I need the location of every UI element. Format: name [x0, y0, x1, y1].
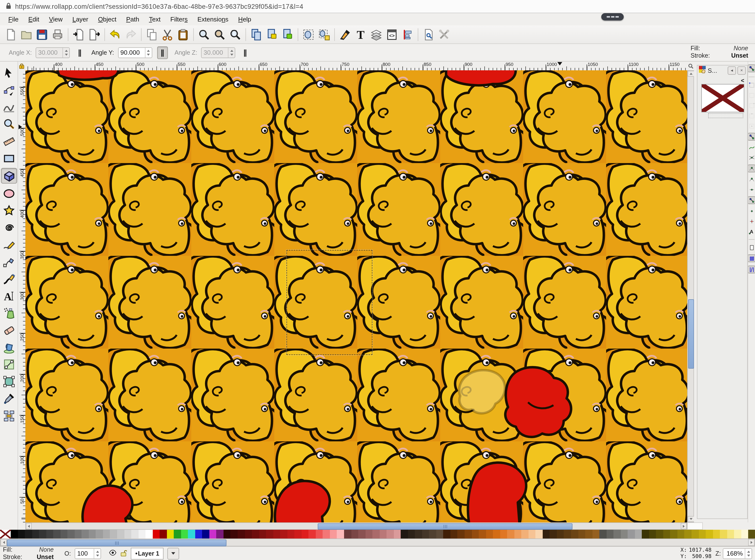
xml-editor-button[interactable]: <>	[384, 26, 400, 42]
menu-path[interactable]: Path	[122, 15, 144, 24]
palette-swatch[interactable]	[195, 530, 202, 539]
palette-swatch[interactable]	[479, 530, 486, 539]
palette-swatch[interactable]	[32, 530, 39, 539]
palette-scrollbar[interactable]	[0, 539, 755, 546]
tool-tweak[interactable]	[1, 100, 16, 114]
palette-swatch[interactable]	[287, 530, 294, 539]
palette-swatch[interactable]	[82, 530, 89, 539]
palette-scroll-left-icon[interactable]	[0, 539, 7, 546]
rollapp-widget[interactable]	[601, 13, 624, 20]
palette-swatch[interactable]	[500, 530, 507, 539]
palette-swatch[interactable]	[358, 530, 365, 539]
palette-swatch[interactable]	[415, 530, 422, 539]
tool-calligraphy[interactable]	[1, 272, 16, 286]
palette-swatch[interactable]	[330, 530, 337, 539]
zoom-page-button[interactable]	[227, 26, 243, 42]
snap-bbox-edge-midpoints-button[interactable]	[748, 112, 755, 119]
palette-scroll-right-icon[interactable]	[748, 539, 755, 546]
tool-star[interactable]	[1, 203, 16, 218]
palette-swatch[interactable]	[592, 530, 599, 539]
snap-line-midpoints-button[interactable]	[748, 186, 755, 193]
create-clone-button[interactable]	[264, 26, 280, 42]
snap-bbox-edges-button[interactable]	[748, 92, 755, 99]
export-button[interactable]	[86, 26, 102, 42]
status-style-indicator[interactable]: Fill: None Stroke: Unset	[3, 546, 54, 560]
palette-swatch[interactable]	[344, 530, 351, 539]
palette-swatch[interactable]	[613, 530, 620, 539]
panel-close-icon[interactable]: ×	[737, 66, 746, 75]
tool-spiral[interactable]	[1, 220, 16, 235]
open-button[interactable]	[19, 26, 34, 42]
paste-button[interactable]	[175, 26, 191, 42]
palette-swatch[interactable]	[266, 530, 273, 539]
palette-swatch[interactable]	[25, 530, 32, 539]
palette-swatch[interactable]	[11, 530, 18, 539]
panel-collapse-icon[interactable]: ◂	[728, 66, 736, 75]
tool-box-3d[interactable]	[1, 168, 17, 184]
palette-swatch[interactable]	[706, 530, 713, 539]
palette-swatch[interactable]	[337, 530, 344, 539]
palette-swatch[interactable]	[749, 530, 755, 539]
vp-y-toggle[interactable]: ∥	[157, 46, 168, 59]
tool-text[interactable]: A	[1, 288, 16, 303]
tool-paint-bucket[interactable]	[1, 340, 16, 355]
palette-swatch[interactable]	[60, 530, 67, 539]
palette-swatch[interactable]	[273, 530, 280, 539]
palette-swatch[interactable]	[550, 530, 557, 539]
palette-swatch[interactable]	[692, 530, 699, 539]
palette-swatch[interactable]	[522, 530, 529, 539]
palette-swatch[interactable]	[514, 530, 521, 539]
palette-swatch[interactable]	[124, 530, 131, 539]
palette-swatch[interactable]	[670, 530, 677, 539]
palette-swatch[interactable]	[663, 530, 670, 539]
palette-swatch[interactable]	[252, 530, 259, 539]
cut-button[interactable]	[160, 26, 175, 42]
palette-swatch[interactable]	[656, 530, 663, 539]
palette-swatch[interactable]	[145, 530, 152, 539]
palette-scroll-thumb[interactable]	[7, 540, 226, 546]
palette-swatch[interactable]	[259, 530, 266, 539]
vscroll-thumb[interactable]	[688, 299, 694, 368]
palette-swatch[interactable]	[677, 530, 685, 539]
palette-swatch[interactable]	[309, 530, 316, 539]
snap-cusp-nodes-button[interactable]	[748, 164, 755, 172]
snap-page-border-button[interactable]	[748, 244, 755, 251]
tool-mesh-gradient[interactable]	[1, 374, 16, 388]
undo-button[interactable]	[107, 26, 123, 42]
palette-swatch[interactable]	[529, 530, 536, 539]
tool-measure[interactable]	[1, 134, 16, 148]
palette-swatch[interactable]	[578, 530, 585, 539]
palette-swatch[interactable]	[394, 530, 401, 539]
new-document-button[interactable]	[3, 26, 19, 42]
palette-swatch[interactable]	[450, 530, 457, 539]
group-button[interactable]	[301, 26, 316, 42]
fill-stroke-dialog-button[interactable]	[337, 26, 353, 42]
vertical-ruler[interactable]: 55050045040035030025020015010050	[18, 70, 26, 522]
palette-swatch[interactable]	[181, 530, 188, 539]
ruler-zoom-icon[interactable]	[687, 61, 694, 70]
palette-swatch[interactable]	[174, 530, 181, 539]
tool-gradient[interactable]	[1, 357, 16, 372]
menu-edit[interactable]: Edit	[24, 15, 44, 24]
horizontal-ruler[interactable]: 4004505005506006507007508008509009501000…	[25, 61, 687, 71]
snap-bbox-corners-button[interactable]	[748, 102, 755, 109]
ruler-lock-icon[interactable]	[18, 61, 25, 70]
palette-swatch[interactable]	[401, 530, 408, 539]
palette-swatch[interactable]	[564, 530, 571, 539]
tool-rectangle[interactable]	[1, 151, 16, 165]
palette-swatch[interactable]	[457, 530, 465, 539]
palette-swatch[interactable]	[720, 530, 727, 539]
palette-swatch[interactable]	[209, 530, 217, 539]
selection-rect[interactable]	[286, 250, 372, 355]
canvas-hscrollbar[interactable]	[25, 522, 687, 530]
palette-swatch[interactable]	[599, 530, 606, 539]
snap-enable-button[interactable]	[748, 64, 755, 72]
tool-selector[interactable]	[1, 65, 16, 80]
layer-selector[interactable]: • Layer 1	[131, 547, 163, 559]
palette-swatch[interactable]	[46, 530, 53, 539]
browser-url-bar[interactable]: https://www.rollapp.com/client?sessionId…	[0, 0, 755, 13]
palette-swatch[interactable]	[280, 530, 287, 539]
palette-swatch[interactable]	[436, 530, 443, 539]
palette-swatch[interactable]	[571, 530, 578, 539]
palette-swatch[interactable]	[741, 530, 748, 539]
